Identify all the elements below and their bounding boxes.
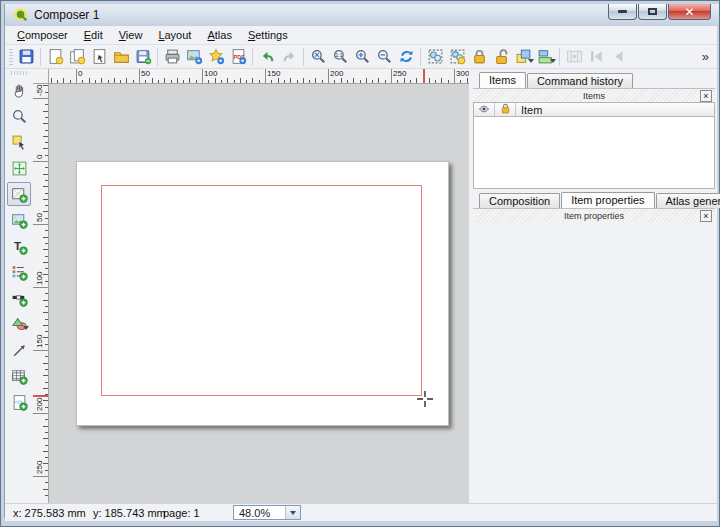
properties-dock-tabs: CompositionItem propertiesAtlas generati… [473, 192, 715, 208]
zoom-button[interactable] [7, 104, 31, 128]
ruler-tick [89, 78, 90, 83]
menu-view[interactable]: View [111, 27, 151, 43]
unlock-items-button[interactable] [490, 46, 512, 68]
ruler-tick [45, 117, 48, 118]
items-table-header: Item [473, 102, 715, 117]
ruler-tick [448, 80, 449, 83]
add-image-button[interactable] [7, 208, 31, 232]
ruler-tick [429, 78, 430, 83]
atlas-first-feature-button [585, 46, 607, 68]
toolbar-separator [157, 48, 158, 66]
zoom-full-button[interactable] [307, 46, 329, 68]
toolbar-separator [40, 48, 41, 66]
print-button[interactable] [161, 46, 183, 68]
title-bar[interactable]: Composer 1 ✕ [5, 4, 719, 26]
toolbar-grip[interactable] [9, 49, 13, 65]
add-html-frame-button[interactable]: </> [7, 390, 31, 414]
add-new-label-button[interactable]: T [7, 234, 31, 258]
menu-atlas[interactable]: Atlas [199, 27, 239, 43]
export-as-svg-button[interactable] [205, 46, 227, 68]
duplicate-composition-button[interactable] [66, 46, 88, 68]
ruler-tick [45, 218, 48, 219]
zoom-in-button[interactable] [351, 46, 373, 68]
ruler-tick [328, 69, 329, 83]
ruler-tick [45, 306, 48, 307]
add-new-map-button[interactable] [7, 182, 31, 206]
ruler-tick [33, 224, 48, 225]
load-from-template-button[interactable] [110, 46, 132, 68]
ruler-tick [45, 104, 48, 105]
toolbar-separator [559, 48, 560, 66]
export-as-image-button[interactable] [183, 46, 205, 68]
zoom-level-combobox[interactable]: 48.0% [233, 505, 301, 520]
add-basic-shape-button[interactable] [7, 312, 31, 336]
ruler-tick [45, 457, 48, 458]
align-items-button[interactable] [534, 46, 556, 68]
pan-button[interactable] [7, 78, 31, 102]
ruler-tick [43, 123, 48, 124]
composition-manager-button[interactable] [88, 46, 110, 68]
ruler-corner [33, 69, 49, 84]
zoom-100-button[interactable]: 1:1 [329, 46, 351, 68]
ruler-tick [45, 92, 48, 93]
menu-edit[interactable]: Edit [76, 27, 111, 43]
composition-canvas[interactable] [49, 84, 469, 503]
ruler-tick [45, 193, 48, 194]
add-new-legend-button[interactable] [7, 260, 31, 284]
close-button[interactable]: ✕ [668, 4, 711, 20]
properties-dock-close-icon[interactable]: × [700, 210, 712, 222]
save-as-template-button[interactable] [132, 46, 154, 68]
maximize-button[interactable] [638, 4, 667, 20]
window-controls: ✕ [607, 4, 711, 20]
group-items-button[interactable] [424, 46, 446, 68]
select-move-item-button[interactable] [7, 130, 31, 154]
ruler-tick [43, 375, 48, 376]
properties-tab-composition[interactable]: Composition [479, 193, 560, 208]
ruler-tick [57, 80, 58, 83]
ruler-label: 200 [35, 385, 44, 411]
lock-items-button[interactable] [468, 46, 490, 68]
menu-settings[interactable]: Settings [240, 27, 296, 43]
ruler-tick [360, 80, 361, 83]
menu-composer[interactable]: Composer [9, 27, 76, 43]
ruler-tick [372, 80, 373, 83]
add-new-scalebar-button[interactable] [7, 286, 31, 310]
properties-tab-atlas-generation[interactable]: Atlas generation [656, 193, 720, 208]
properties-tab-item-properties[interactable]: Item properties [561, 192, 654, 208]
undo-button[interactable] [256, 46, 278, 68]
status-y-coordinate: y: 185.743 mm [93, 507, 166, 519]
raise-items-button[interactable] [512, 46, 534, 68]
items-dock-close-icon[interactable]: × [700, 90, 712, 102]
ruler-tick [196, 80, 197, 83]
menu-layout[interactable]: Layout [150, 27, 199, 43]
ruler-tick [284, 80, 285, 83]
ruler-tick [45, 319, 48, 320]
add-arrow-button[interactable] [7, 338, 31, 362]
ruler-tick [45, 230, 48, 231]
ruler-tick [152, 78, 153, 83]
new-composition-button[interactable] [44, 46, 66, 68]
items-list[interactable] [473, 117, 715, 189]
export-as-pdf-button[interactable]: PDF [227, 46, 249, 68]
ungroup-items-button[interactable] [446, 46, 468, 68]
toolbar-overflow-icon[interactable]: » [696, 49, 715, 64]
horizontal-ruler: 050100150200250300 [49, 69, 469, 84]
vertical-ruler: -50050100150200250 [33, 84, 49, 503]
add-attribute-table-button[interactable] [7, 364, 31, 388]
minimize-button[interactable] [608, 4, 637, 20]
toolbar-grip[interactable] [11, 71, 27, 75]
ruler-tick [45, 155, 48, 156]
combobox-dropdown-icon[interactable] [285, 506, 300, 519]
ruler-tick [33, 476, 48, 477]
items-tab-command-history[interactable]: Command history [527, 73, 633, 88]
zoom-out-button[interactable] [373, 46, 395, 68]
save-project-button[interactable] [15, 46, 37, 68]
ruler-tick [45, 167, 48, 168]
ruler-tick [45, 331, 48, 332]
move-item-content-button[interactable] [7, 156, 31, 180]
ruler-tick [404, 78, 405, 83]
refresh-view-button[interactable] [395, 46, 417, 68]
ruler-label: -50 [35, 84, 44, 96]
ruler-tick [63, 78, 64, 83]
items-tab-items[interactable]: Items [479, 72, 526, 88]
